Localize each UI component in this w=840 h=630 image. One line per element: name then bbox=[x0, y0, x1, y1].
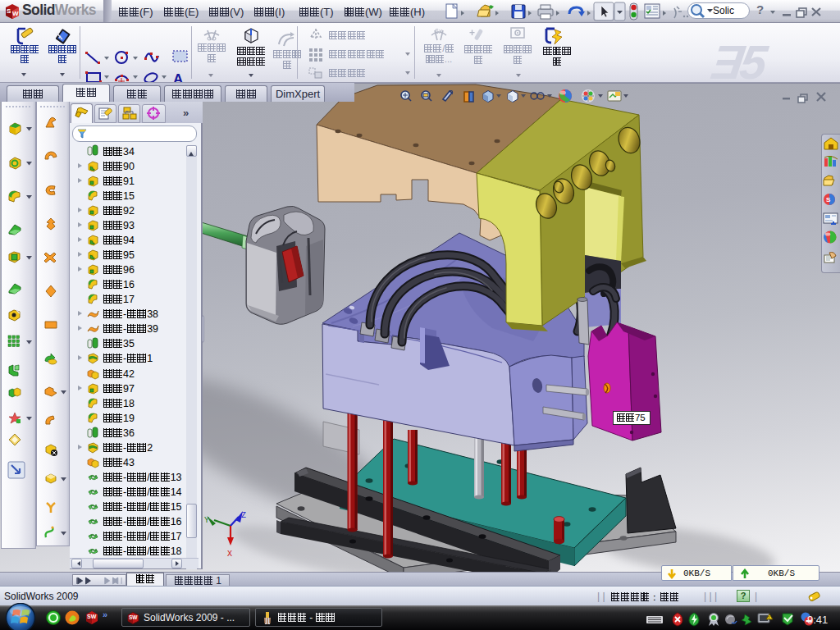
svg-text:S: S bbox=[7, 7, 11, 15]
svg-text:6x: 6x bbox=[435, 27, 443, 35]
svg-text:SW: SW bbox=[129, 614, 138, 620]
svg-text:Z: Z bbox=[241, 511, 246, 520]
svg-text:SW: SW bbox=[87, 614, 97, 619]
svg-text:S: S bbox=[826, 196, 831, 203]
svg-text:A: A bbox=[173, 71, 183, 83]
svg-text:W: W bbox=[12, 10, 19, 17]
svg-text:»: » bbox=[103, 609, 107, 619]
svg-text:+: + bbox=[469, 27, 475, 39]
svg-text:X: X bbox=[227, 550, 232, 559]
